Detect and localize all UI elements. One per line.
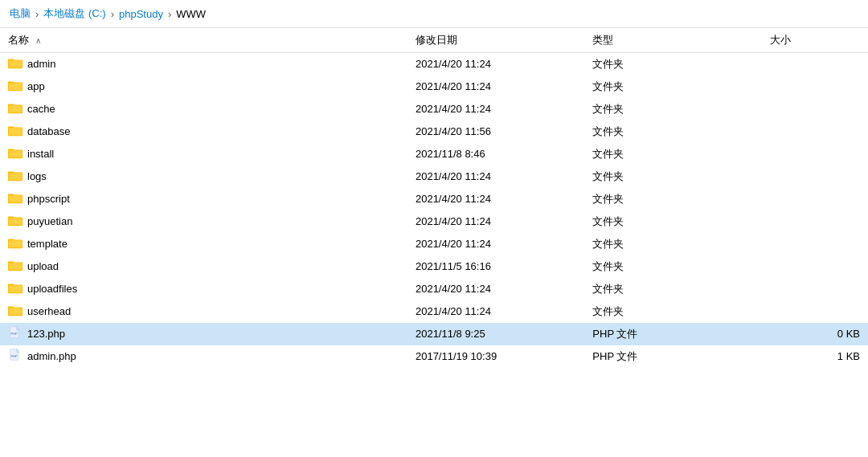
breadcrumb-item-phpstudy[interactable]: phpStudy xyxy=(119,8,163,20)
file-type-cell: 文件夹 xyxy=(584,98,761,120)
file-name-label: admin xyxy=(27,58,55,70)
file-name-cell-7: puyuetian xyxy=(0,210,407,233)
file-name-cell-2: cache xyxy=(0,98,407,120)
file-size-cell: 1 KB xyxy=(762,345,868,368)
folder-icon xyxy=(8,304,23,319)
file-type-cell: 文件夹 xyxy=(584,143,761,165)
file-type-cell: PHP 文件 xyxy=(584,345,761,368)
file-size-cell xyxy=(762,300,868,323)
file-name-label: phpscript xyxy=(27,193,70,205)
breadcrumb-separator-1: › xyxy=(35,8,39,20)
file-size-cell xyxy=(762,255,868,278)
column-header-size[interactable]: 大小 xyxy=(762,28,868,53)
file-date-cell: 2021/11/8 8:46 xyxy=(407,143,584,165)
file-name-cell-8: template xyxy=(0,233,407,255)
table-row[interactable]: admin2021/4/20 11:24文件夹 xyxy=(0,53,868,75)
file-size-cell xyxy=(762,120,868,143)
file-type-cell: 文件夹 xyxy=(584,210,761,233)
table-row[interactable]: phpscript2021/4/20 11:24文件夹 xyxy=(0,188,868,210)
file-date-cell: 2021/4/20 11:24 xyxy=(407,210,584,233)
folder-icon xyxy=(8,146,23,161)
file-type-cell: 文件夹 xyxy=(584,53,761,75)
table-row[interactable]: uploadfiles2021/4/20 11:24文件夹 xyxy=(0,278,868,300)
file-name-label: logs xyxy=(27,170,47,182)
table-row[interactable]: cache2021/4/20 11:24文件夹 xyxy=(0,98,868,120)
file-size-cell xyxy=(762,165,868,188)
file-type-cell: 文件夹 xyxy=(584,120,761,143)
file-type-cell: 文件夹 xyxy=(584,188,761,210)
folder-icon xyxy=(8,259,23,274)
table-row[interactable]: install2021/11/8 8:46文件夹 xyxy=(0,143,868,165)
folder-icon xyxy=(8,101,23,116)
file-name-cell-3: database xyxy=(0,120,407,143)
file-size-cell xyxy=(762,210,868,233)
file-name-label: app xyxy=(27,80,45,92)
file-type-cell: 文件夹 xyxy=(584,165,761,188)
folder-icon xyxy=(8,124,23,139)
file-size-cell: 0 KB xyxy=(762,323,868,345)
file-date-cell: 2021/4/20 11:56 xyxy=(407,120,584,143)
folder-icon xyxy=(8,236,23,251)
table-row[interactable]: app2021/4/20 11:24文件夹 xyxy=(0,75,868,98)
table-row[interactable]: logs2021/4/20 11:24文件夹 xyxy=(0,165,868,188)
php-file-icon: PHP xyxy=(8,349,23,364)
file-name-cell-12: PHP 123.php xyxy=(0,323,407,345)
folder-icon xyxy=(8,214,23,229)
column-header-date[interactable]: 修改日期 xyxy=(407,28,584,53)
file-name-label: userhead xyxy=(27,305,71,317)
svg-rect-8 xyxy=(9,105,22,112)
breadcrumb-item-cdrive[interactable]: 本地磁盘 (C:) xyxy=(43,6,105,21)
column-header-name[interactable]: 名称 ∧ xyxy=(0,28,407,53)
file-name-label: 123.php xyxy=(27,328,65,340)
file-name-label: uploadfiles xyxy=(27,283,77,295)
folder-icon xyxy=(8,281,23,296)
file-size-cell xyxy=(762,188,868,210)
file-name-cell-13: PHP admin.php xyxy=(0,345,407,368)
file-date-cell: 2021/4/20 11:24 xyxy=(407,165,584,188)
breadcrumb-item-pc[interactable]: 电脑 xyxy=(10,6,31,21)
table-row[interactable]: userhead2021/4/20 11:24文件夹 xyxy=(0,300,868,323)
breadcrumb-separator-2: › xyxy=(111,8,114,20)
breadcrumb-separator-3: › xyxy=(168,8,171,20)
svg-rect-29 xyxy=(9,263,22,270)
file-date-cell: 2021/4/20 11:24 xyxy=(407,53,584,75)
file-name-label: upload xyxy=(27,260,59,272)
file-name-cell-10: uploadfiles xyxy=(0,278,407,300)
file-name-label: database xyxy=(27,125,71,137)
file-date-cell: 2021/4/20 11:24 xyxy=(407,98,584,120)
sort-arrow-name: ∧ xyxy=(35,36,41,45)
table-header-row: 名称 ∧ 修改日期 类型 大小 xyxy=(0,28,868,53)
file-name-label: install xyxy=(27,148,54,160)
file-name-label: puyuetian xyxy=(27,215,72,227)
file-name-label: cache xyxy=(27,103,55,115)
file-date-cell: 2021/11/8 9:25 xyxy=(407,323,584,345)
svg-text:PHP: PHP xyxy=(10,332,18,336)
table-row[interactable]: upload2021/11/5 16:16文件夹 xyxy=(0,255,868,278)
table-row[interactable]: puyuetian2021/4/20 11:24文件夹 xyxy=(0,210,868,233)
table-row[interactable]: database2021/4/20 11:56文件夹 xyxy=(0,120,868,143)
breadcrumb-item-www: WWW xyxy=(176,8,206,20)
file-list-table: 名称 ∧ 修改日期 类型 大小 admin2021/4/20 11:24文件夹 xyxy=(0,28,868,368)
file-list-container: 名称 ∧ 修改日期 类型 大小 admin2021/4/20 11:24文件夹 xyxy=(0,28,868,453)
file-size-cell xyxy=(762,75,868,98)
file-type-cell: 文件夹 xyxy=(584,255,761,278)
table-row[interactable]: template2021/4/20 11:24文件夹 xyxy=(0,233,868,255)
file-type-cell: 文件夹 xyxy=(584,300,761,323)
folder-icon xyxy=(8,169,23,184)
table-row[interactable]: PHP 123.php2021/11/8 9:25PHP 文件0 KB xyxy=(0,323,868,345)
file-name-label: admin.php xyxy=(27,350,76,362)
svg-text:PHP: PHP xyxy=(10,354,18,358)
file-type-cell: 文件夹 xyxy=(584,233,761,255)
table-row[interactable]: PHP admin.php2017/11/19 10:39PHP 文件1 KB xyxy=(0,345,868,368)
folder-icon xyxy=(8,191,23,206)
file-date-cell: 2021/4/20 11:24 xyxy=(407,233,584,255)
svg-rect-2 xyxy=(9,61,22,68)
column-header-type[interactable]: 类型 xyxy=(584,28,761,53)
file-date-cell: 2021/4/20 11:24 xyxy=(407,188,584,210)
file-name-cell-4: install xyxy=(0,143,407,165)
file-date-cell: 2021/4/20 11:24 xyxy=(407,300,584,323)
svg-rect-20 xyxy=(9,195,22,202)
file-date-cell: 2017/11/19 10:39 xyxy=(407,345,584,368)
svg-rect-5 xyxy=(9,83,22,90)
file-size-cell xyxy=(762,98,868,120)
